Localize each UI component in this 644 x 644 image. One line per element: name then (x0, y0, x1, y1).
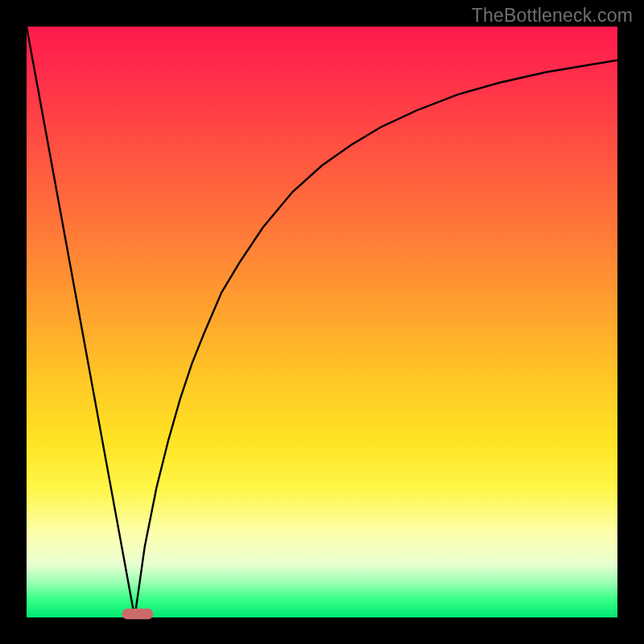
curve-left-branch (27, 27, 134, 617)
watermark-text: TheBottleneck.com (472, 5, 633, 27)
sweet-spot-marker (122, 609, 153, 619)
chart-svg (27, 27, 617, 617)
chart-frame: TheBottleneck.com (0, 0, 644, 644)
plot-area (27, 27, 617, 617)
curve-right-branch (134, 60, 617, 617)
